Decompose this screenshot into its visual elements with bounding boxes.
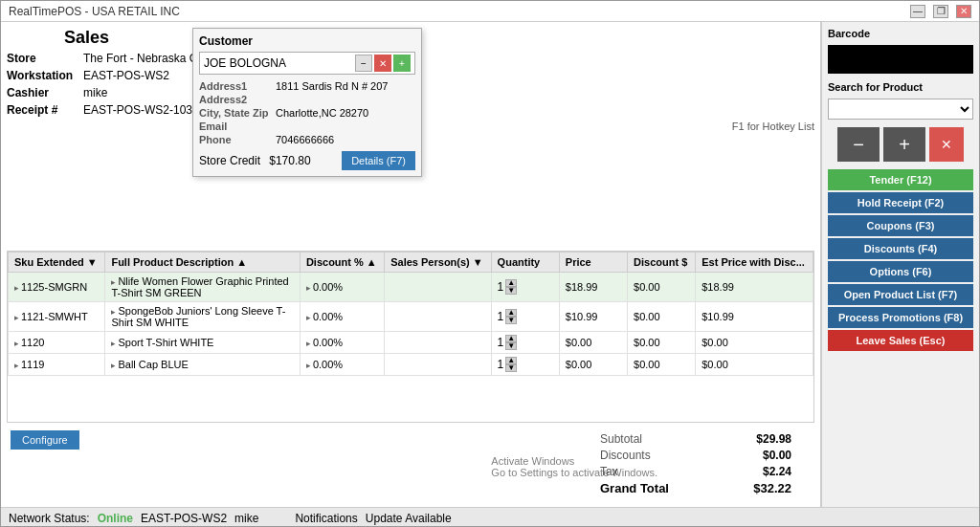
workstation-label: Workstation [7,69,83,82]
action-button-2[interactable]: Coupons (F3) [828,215,973,236]
subtotal-label: Subtotal [600,432,642,446]
action-button-4[interactable]: Options (F6) [828,261,973,282]
title-controls: — ❐ ✕ [910,5,971,18]
table-cell: ▸1121-SMWHT [9,302,105,332]
table-cell: ▸1120 [9,332,105,354]
header-sales[interactable]: Sales Person(s) ▼ [385,253,491,273]
network-status-online: Online [98,512,133,525]
customer-popup: Customer JOE BOLOGNA − ✕ + Address1 1811… [192,28,422,177]
city-value: Charlotte,NC 28270 [276,107,415,119]
update-label: Update Available [366,512,452,525]
table-cell: ▸SpongeBob Juniors' Long Sleeve T-Shirt … [105,302,300,332]
table-cell: ▸Nlife Women Flower Graphic Printed T-Sh… [105,273,300,302]
header-ext-price: Est Price with Disc... [696,253,813,273]
receipt-label: Receipt # [7,103,83,117]
product-table-container: Sku Extended ▼ Full Product Description … [7,251,814,423]
action-button-0[interactable]: Tender (F12) [828,169,973,190]
barcode-display [828,45,973,74]
action-button-3[interactable]: Discounts (F4) [828,238,973,259]
discounts-row: Discounts $0.00 [600,449,791,462]
table-cell: ▸0.00% [300,302,384,332]
phone-value: 7046666666 [276,134,415,145]
table-cell: 1▲▼ [491,332,559,354]
header-desc[interactable]: Full Product Description ▲ [105,253,300,273]
table-cell [385,332,491,354]
notifications-label: Notifications [295,512,357,525]
action-button-7[interactable]: Leave Sales (Esc) [828,330,973,351]
table-cell: 1▲▼ [491,354,559,376]
action-button-1[interactable]: Hold Receipt (F2) [828,192,973,213]
store-credit: Store Credit $170.80 [199,154,311,167]
table-row: ▸1121-SMWHT▸SpongeBob Juniors' Long Slee… [9,302,813,332]
quantity-plus-button[interactable]: + [883,127,925,162]
address1-row: Address1 1811 Sardis Rd N # 207 [199,80,415,92]
customer-section-title: Customer [199,34,415,48]
main-container: Sales Store The Fort - Nebraska City Wor… [1,22,979,507]
table-cell: $0.00 [628,273,696,302]
product-table: Sku Extended ▼ Full Product Description … [8,252,813,376]
cashier-label: Cashier [7,86,83,99]
action-button-5[interactable]: Open Product List (F7) [828,284,973,305]
store-credit-value: $170.80 [269,154,310,167]
search-product-label: Search for Product [828,81,973,93]
details-button[interactable]: Details (F7) [342,151,415,170]
header-price: Price [559,253,627,273]
right-panel: Barcode Search for Product − + ✕ Tender … [821,22,979,507]
email-row: Email [199,121,415,132]
table-header-row: Sku Extended ▼ Full Product Description … [9,253,813,273]
customer-name-row: JOE BOLOGNA − ✕ + [199,52,415,75]
configure-button[interactable]: Configure [11,430,79,450]
customer-add-button[interactable]: + [393,55,411,72]
table-row: ▸1120▸Sport T-Shirt WHITE▸0.00%1▲▼$0.00$… [9,332,813,354]
address1-label: Address1 [199,80,276,92]
customer-clear-button[interactable]: ✕ [374,55,391,72]
table-cell: $10.99 [696,302,813,332]
status-cashier: mike [234,512,258,525]
tax-row: Tax $2.24 [600,465,791,478]
customer-name-buttons: − ✕ + [355,55,411,72]
left-panel: Sales Store The Fort - Nebraska City Wor… [1,22,821,507]
maximize-button[interactable]: ❐ [933,5,948,18]
minimize-button[interactable]: — [910,5,925,18]
quantity-minus-button[interactable]: − [837,127,880,162]
email-label: Email [199,121,276,132]
phone-label: Phone [199,134,276,145]
qty-down-arrow[interactable]: ▼ [505,317,517,324]
search-product-select[interactable] [828,99,973,120]
quantity-clear-button[interactable]: ✕ [929,127,964,162]
header-sku[interactable]: Sku Extended ▼ [9,253,105,273]
table-cell: 1▲▼ [491,302,559,332]
tax-value: $2.24 [763,465,791,478]
close-button[interactable]: ✕ [956,5,971,18]
barcode-title: Barcode [828,28,973,39]
phone-row: Phone 7046666666 [199,134,415,145]
table-cell: $0.00 [559,332,627,354]
table-cell: $0.00 [559,354,627,376]
app-title: RealTimePOS - USA RETAIL INC [9,5,180,18]
totals-area: Subtotal $29.98 Discounts $0.00 Tax $2.2… [600,427,811,501]
table-cell: ▸1125-SMGRN [9,273,105,302]
city-label: City, State Zip [199,107,276,119]
qty-down-arrow[interactable]: ▼ [505,364,517,372]
table-cell: $18.99 [559,273,627,302]
table-cell: $0.00 [628,302,696,332]
store-credit-label: Store Credit [199,154,260,167]
table-cell: $0.00 [628,354,696,376]
status-bar: Network Status: Online EAST-POS-WS2 mike… [1,507,979,527]
header-discount[interactable]: Discount % ▲ [300,253,384,273]
grand-total-label: Grand Total [600,481,669,495]
table-cell: ▸0.00% [300,332,384,354]
qty-down-arrow[interactable]: ▼ [505,342,517,350]
qty-down-arrow[interactable]: ▼ [505,287,517,295]
header-discount-amt: Discount $ [628,253,696,273]
action-button-6[interactable]: Process Promotions (F8) [828,307,973,328]
table-cell: ▸1119 [9,354,105,376]
subtotal-value: $29.98 [756,432,791,446]
address1-value: 1811 Sardis Rd N # 207 [276,80,415,92]
table-cell: $10.99 [559,302,627,332]
tax-label: Tax [600,465,618,478]
action-buttons: Tender (F12)Hold Receipt (F2)Coupons (F3… [828,169,973,353]
table-cell: ▸Ball Cap BLUE [105,354,300,376]
status-workstation: EAST-POS-WS2 [141,512,227,525]
customer-minus-button[interactable]: − [355,55,372,72]
